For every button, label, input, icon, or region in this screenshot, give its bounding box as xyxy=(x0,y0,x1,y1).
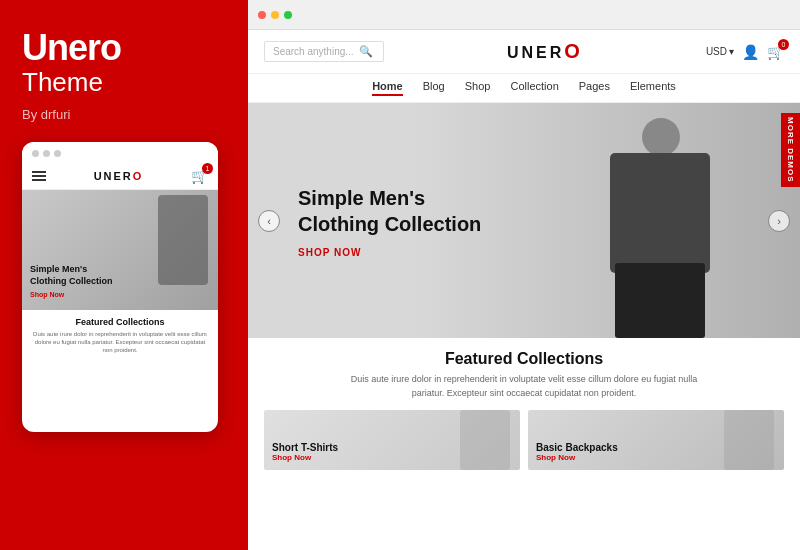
browser-chrome xyxy=(248,0,800,30)
site-logo: UNERO xyxy=(507,40,583,63)
browser-mockup: Search anything... 🔍 UNERO USD ▾ 👤 🛒 0 H xyxy=(248,0,800,550)
search-bar[interactable]: Search anything... 🔍 xyxy=(264,41,384,62)
mobile-featured-title: Featured Collections xyxy=(22,310,218,330)
mobile-hero-figure xyxy=(158,195,208,285)
mobile-dot-3 xyxy=(54,150,61,157)
featured-card-1: Basic Backpacks Shop Now xyxy=(528,410,784,470)
featured-section: Featured Collections Duis aute irure dol… xyxy=(248,338,800,478)
browser-dot-close[interactable] xyxy=(258,11,266,19)
featured-card-content-0: Short T-Shirts Shop Now xyxy=(272,442,338,462)
featured-title: Featured Collections xyxy=(264,350,784,368)
site-nav: Home Blog Shop Collection Pages Elements xyxy=(248,74,800,103)
featured-card-figure-1 xyxy=(724,410,774,470)
search-icon[interactable]: 🔍 xyxy=(359,45,373,58)
hamburger-icon[interactable] xyxy=(32,171,46,181)
hero-next-arrow[interactable]: › xyxy=(768,210,790,232)
nav-elements[interactable]: Elements xyxy=(630,80,676,96)
brand-theme: Theme xyxy=(22,68,226,97)
nav-pages[interactable]: Pages xyxy=(579,80,610,96)
mobile-dot-1 xyxy=(32,150,39,157)
hero-shop-now[interactable]: Shop Now xyxy=(298,246,498,257)
mobile-mockup: UNERO 🛒 1 Simple Men's Clothing Collecti… xyxy=(22,142,218,432)
browser-content: Search anything... 🔍 UNERO USD ▾ 👤 🛒 0 H xyxy=(248,30,800,550)
mobile-logo: UNERO xyxy=(94,170,144,182)
nav-collection[interactable]: Collection xyxy=(510,80,558,96)
mobile-dot-2 xyxy=(43,150,50,157)
brand-author: By drfuri xyxy=(22,107,226,122)
featured-card-figure-0 xyxy=(460,410,510,470)
nav-shop[interactable]: Shop xyxy=(465,80,491,96)
more-demos-button[interactable]: MORE DEMOS xyxy=(781,113,800,187)
mobile-hero-title: Simple Men's Clothing Collection xyxy=(30,264,120,287)
person-head xyxy=(642,118,680,156)
person-body xyxy=(610,153,710,273)
mobile-window-dots xyxy=(22,142,218,163)
browser-dot-minimize[interactable] xyxy=(271,11,279,19)
hero-title: Simple Men's Clothing Collection xyxy=(298,184,498,236)
cart-wrapper[interactable]: 🛒 0 xyxy=(767,43,784,61)
mobile-featured-desc: Duis aute irure dolor in reprehenderit i… xyxy=(22,330,218,355)
browser-dot-maximize[interactable] xyxy=(284,11,292,19)
hero-person-silhouette xyxy=(520,103,760,338)
featured-card-title-0: Short T-Shirts xyxy=(272,442,338,453)
featured-card-link-1[interactable]: Shop Now xyxy=(536,453,618,462)
featured-grid: Short T-Shirts Shop Now Basic Backpacks … xyxy=(264,410,784,470)
site-header: Search anything... 🔍 UNERO USD ▾ 👤 🛒 0 xyxy=(248,30,800,74)
search-placeholder: Search anything... xyxy=(273,46,354,57)
featured-card-content-1: Basic Backpacks Shop Now xyxy=(536,442,618,462)
hero-content: Simple Men's Clothing Collection Shop No… xyxy=(298,184,498,257)
currency-selector[interactable]: USD ▾ xyxy=(706,46,734,57)
currency-label: USD xyxy=(706,46,727,57)
featured-card-title-1: Basic Backpacks xyxy=(536,442,618,453)
person-legs xyxy=(615,263,705,338)
featured-description: Duis aute irure dolor in reprehenderit i… xyxy=(334,373,714,400)
user-icon[interactable]: 👤 xyxy=(742,44,759,60)
featured-card-0: Short T-Shirts Shop Now xyxy=(264,410,520,470)
header-right: USD ▾ 👤 🛒 0 xyxy=(706,43,784,61)
mobile-cart-badge: 1 xyxy=(202,163,213,174)
featured-card-link-0[interactable]: Shop Now xyxy=(272,453,338,462)
mobile-cart[interactable]: 🛒 1 xyxy=(191,167,208,185)
mobile-shop-now-link[interactable]: Shop Now xyxy=(30,291,120,298)
hero-prev-arrow[interactable]: ‹ xyxy=(258,210,280,232)
chevron-down-icon: ▾ xyxy=(729,46,734,57)
mobile-hero-text: Simple Men's Clothing Collection Shop No… xyxy=(30,264,120,297)
nav-home[interactable]: Home xyxy=(372,80,403,96)
left-panel: Unero Theme By drfuri UNERO 🛒 1 xyxy=(0,0,248,550)
mobile-hero: Simple Men's Clothing Collection Shop No… xyxy=(22,190,218,310)
cart-badge: 0 xyxy=(778,39,789,50)
mobile-nav: UNERO 🛒 1 xyxy=(22,163,218,190)
mobile-logo-dot: O xyxy=(133,170,144,182)
logo-dot: O xyxy=(564,40,583,62)
nav-blog[interactable]: Blog xyxy=(423,80,445,96)
hero-section: Simple Men's Clothing Collection Shop No… xyxy=(248,103,800,338)
brand-name: Unero xyxy=(22,30,226,66)
